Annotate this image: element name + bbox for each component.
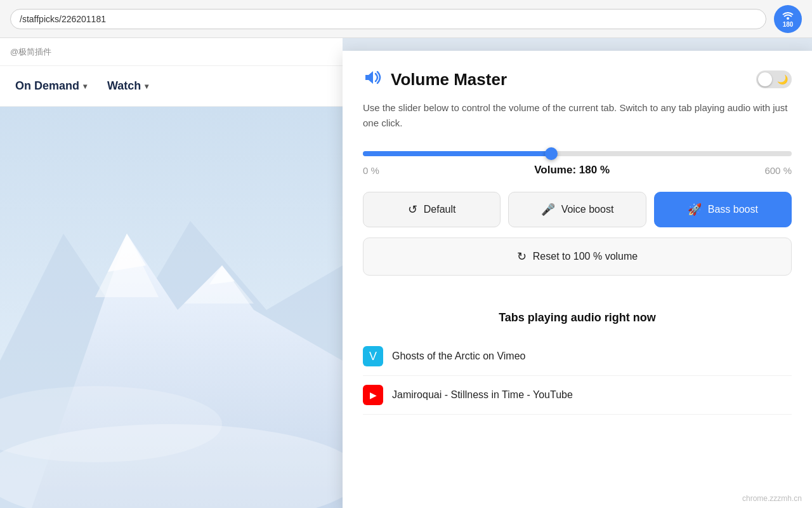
reset-label: Reset to 100 % volume [533,251,638,262]
vimeo-favicon: V [363,346,383,366]
wifi-icon [782,10,794,21]
nav-watch[interactable]: Watch ▾ [107,79,148,93]
bass-boost-label: Bass boost [708,204,758,215]
theme-toggle[interactable]: 🌙 [756,70,792,88]
url-text: /staffpicks/226201181 [20,14,106,24]
default-icon: ↺ [408,203,417,217]
popup-title-group: Volume Master [363,69,507,90]
tab-item-youtube[interactable]: ▶ Jamiroquai - Stillness in Time - YouTu… [363,376,792,415]
nav-watch-label: Watch [107,79,141,93]
volume-slider-track[interactable] [363,151,792,156]
reset-volume-button[interactable]: ↻ Reset to 100 % volume [363,237,792,276]
slider-fill [363,151,551,156]
preset-buttons-row: ↺ Default 🎤 Voice boost 🚀 Bass boost [363,192,792,227]
slider-labels: 0 % Volume: 180 % 600 % [363,164,792,177]
tabs-heading: Tabs playing audio right now [363,311,792,324]
default-label: Default [424,204,456,215]
nav-watch-chevron: ▾ [145,82,148,91]
rocket-icon: 🚀 [688,203,702,217]
bass-boost-button[interactable]: 🚀 Bass boost [654,192,792,227]
youtube-tab-label: Jamiroquai - Stillness in Time - YouTube [392,389,573,401]
tab-item-vimeo[interactable]: V Ghosts of the Arctic on Vimeo [363,337,792,376]
browser-top-bar: /staffpicks/226201181 180 [0,0,812,38]
popup-title: Volume Master [391,70,507,90]
slider-max-label: 600 % [764,165,792,176]
nav-on-demand-chevron: ▾ [83,82,87,91]
vimeo-tab-label: Ghosts of the Arctic on Vimeo [392,351,525,362]
volume-display: Volume: 180 % [534,164,610,177]
slider-thumb[interactable] [545,147,558,160]
tabs-section: Tabs playing audio right now V Ghosts of… [343,311,812,415]
url-bar: /staffpicks/226201181 [10,9,766,29]
nav-on-demand[interactable]: On Demand ▾ [15,79,87,93]
volume-master-icon [363,69,383,90]
volume-master-popup: Volume Master 🌙 Use the slider below to … [343,51,812,508]
default-button[interactable]: ↺ Default [363,192,501,227]
voice-boost-label: Voice boost [561,204,614,215]
volume-badge: 180 [783,21,794,28]
dark-mode-icon: 🌙 [777,74,788,84]
volume-slider-container [363,151,792,156]
nav-bar: On Demand ▾ Watch ▾ [0,66,343,107]
youtube-play-icon: ▶ [370,390,377,400]
watermark: chrome.zzzmh.cn [742,494,802,503]
popup-header: Volume Master 🌙 [363,69,792,90]
toggle-background: 🌙 [756,70,792,88]
vimeo-letter: V [369,350,377,363]
extension-icon[interactable]: 180 [774,5,802,33]
slider-min-label: 0 % [363,165,379,176]
subtitle-bar: @极简插件 [0,38,343,66]
subtitle-text: @极简插件 [10,46,51,58]
microphone-icon: 🎤 [541,203,555,217]
popup-description: Use the slider below to control the volu… [363,100,792,131]
nav-on-demand-label: On Demand [15,79,79,93]
youtube-favicon: ▶ [363,385,383,405]
reset-icon: ↻ [517,250,527,264]
svg-point-9 [787,17,789,20]
voice-boost-button[interactable]: 🎤 Voice boost [508,192,646,227]
toggle-thumb [758,72,772,86]
